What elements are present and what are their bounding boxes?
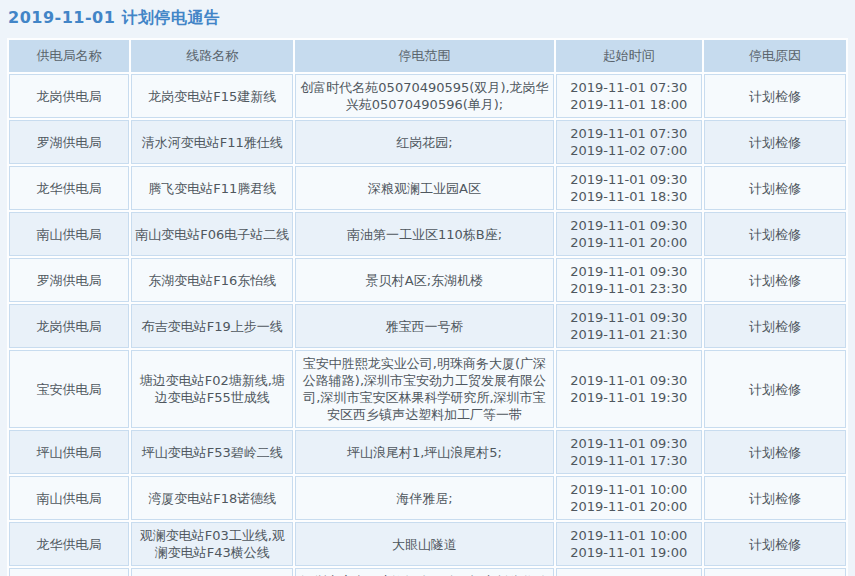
start-time: 2019-11-01 10:00 bbox=[560, 527, 698, 544]
line-cell: 东湖变电站F16东怡线 bbox=[131, 258, 293, 302]
time-cell: 2019-11-01 07:302019-11-01 18:00 bbox=[556, 74, 702, 118]
reason-cell: 计划检修 bbox=[704, 522, 846, 566]
table-header-row: 供电局名称线路名称停电范围起始时间停电原因 bbox=[9, 40, 846, 72]
reason-cell: 计划检修 bbox=[704, 568, 846, 576]
reason-cell: 计划检修 bbox=[704, 350, 846, 428]
start-time: 2019-11-01 07:30 bbox=[560, 79, 698, 96]
start-time: 2019-11-01 09:30 bbox=[560, 263, 698, 280]
line-cell: 凤凰变电站F15凤四线 bbox=[131, 568, 293, 576]
line-cell: 观澜变电站F03工业线,观澜变电站F43横公线 bbox=[131, 522, 293, 566]
time-cell: 2019-11-01 10:002019-11-01 20:00 bbox=[556, 476, 702, 520]
table-row: 宝安供电局塘边变电站F02塘新线,塘边变电站F55世成线宝安中胜熙龙实业公司,明… bbox=[9, 350, 846, 428]
outage-notice-page: 2019-11-01 计划停电通告 供电局名称线路名称停电范围起始时间停电原因 … bbox=[0, 0, 855, 576]
reason-cell: 计划检修 bbox=[704, 476, 846, 520]
time-cell: 2019-11-01 09:302019-11-01 20:00 bbox=[556, 212, 702, 256]
bureau-cell: 龙华供电局 bbox=[9, 166, 129, 210]
line-cell: 坪山变电站F53碧岭二线 bbox=[131, 430, 293, 474]
start-time: 2019-11-01 09:30 bbox=[560, 309, 698, 326]
table-row: 罗湖供电局东湖变电站F16东怡线景贝村A区;东湖机楼2019-11-01 09:… bbox=[9, 258, 846, 302]
page-title: 2019-11-01 计划停电通告 bbox=[8, 8, 848, 29]
table-row: 龙华供电局腾飞变电站F11腾君线深粮观澜工业园A区2019-11-01 09:3… bbox=[9, 166, 846, 210]
table-row: 坪山供电局坪山变电站F53碧岭二线坪山浪尾村1,坪山浪尾村5;2019-11-0… bbox=[9, 430, 846, 474]
table-row: 宝安供电局凤凰变电站F15凤四线深圳市宝安再生资源有限公司福永桥头收购站,深圳市… bbox=[9, 568, 846, 576]
scope-cell: 坪山浪尾村1,坪山浪尾村5; bbox=[295, 430, 553, 474]
time-cell: 2019-11-01 09:302019-11-01 19:30 bbox=[556, 350, 702, 428]
reason-cell: 计划检修 bbox=[704, 212, 846, 256]
start-time: 2019-11-01 10:00 bbox=[560, 481, 698, 498]
bureau-cell: 南山供电局 bbox=[9, 212, 129, 256]
end-time: 2019-11-01 20:00 bbox=[560, 234, 698, 251]
reason-cell: 计划检修 bbox=[704, 258, 846, 302]
table-row: 龙岗供电局龙岗变电站F15建新线创富时代名苑05070490595(双月),龙岗… bbox=[9, 74, 846, 118]
line-cell: 布吉变电站F19上步一线 bbox=[131, 304, 293, 348]
time-cell: 2019-11-01 09:302019-11-01 18:30 bbox=[556, 166, 702, 210]
time-cell: 2019-11-01 10:002019-11-01 21:00 bbox=[556, 568, 702, 576]
bureau-cell: 南山供电局 bbox=[9, 476, 129, 520]
start-time: 2019-11-01 09:30 bbox=[560, 435, 698, 452]
end-time: 2019-11-01 20:00 bbox=[560, 498, 698, 515]
bureau-cell: 宝安供电局 bbox=[9, 350, 129, 428]
table-row: 龙华供电局观澜变电站F03工业线,观澜变电站F43横公线大眼山隧道2019-11… bbox=[9, 522, 846, 566]
bureau-cell: 宝安供电局 bbox=[9, 568, 129, 576]
end-time: 2019-11-01 21:30 bbox=[560, 326, 698, 343]
table-row: 南山供电局南山变电站F06电子站二线南油第一工业区110栋B座;2019-11-… bbox=[9, 212, 846, 256]
time-cell: 2019-11-01 07:302019-11-02 07:00 bbox=[556, 120, 702, 164]
scope-cell: 深粮观澜工业园A区 bbox=[295, 166, 553, 210]
start-time: 2019-11-01 09:30 bbox=[560, 171, 698, 188]
reason-cell: 计划检修 bbox=[704, 120, 846, 164]
end-time: 2019-11-01 19:30 bbox=[560, 389, 698, 406]
end-time: 2019-11-01 18:00 bbox=[560, 96, 698, 113]
scope-cell: 海伴雅居; bbox=[295, 476, 553, 520]
line-cell: 塘边变电站F02塘新线,塘边变电站F55世成线 bbox=[131, 350, 293, 428]
time-cell: 2019-11-01 09:302019-11-01 23:30 bbox=[556, 258, 702, 302]
bureau-cell: 龙岗供电局 bbox=[9, 74, 129, 118]
scope-cell: 创富时代名苑05070490595(双月),龙岗华兴苑05070490596(单… bbox=[295, 74, 553, 118]
scope-cell: 南油第一工业区110栋B座; bbox=[295, 212, 553, 256]
scope-cell: 景贝村A区;东湖机楼 bbox=[295, 258, 553, 302]
bureau-cell: 罗湖供电局 bbox=[9, 120, 129, 164]
end-time: 2019-11-01 23:30 bbox=[560, 280, 698, 297]
scope-cell: 深圳市宝安再生资源有限公司福永桥头收购站,深圳市港华兴实业有限公司,深圳市万利业… bbox=[295, 568, 553, 576]
table-row: 罗湖供电局清水河变电站F11雅仕线红岗花园;2019-11-01 07:3020… bbox=[9, 120, 846, 164]
header-cell: 停电范围 bbox=[295, 40, 553, 72]
header-cell: 起始时间 bbox=[556, 40, 702, 72]
end-time: 2019-11-02 07:00 bbox=[560, 142, 698, 159]
reason-cell: 计划检修 bbox=[704, 430, 846, 474]
start-time: 2019-11-01 09:30 bbox=[560, 372, 698, 389]
end-time: 2019-11-01 19:00 bbox=[560, 544, 698, 561]
bureau-cell: 龙华供电局 bbox=[9, 522, 129, 566]
header-cell: 供电局名称 bbox=[9, 40, 129, 72]
line-cell: 腾飞变电站F11腾君线 bbox=[131, 166, 293, 210]
scope-cell: 雅宝西一号桥 bbox=[295, 304, 553, 348]
scope-cell: 宝安中胜熙龙实业公司,明珠商务大厦(广深公路辅路),深圳市宝安劲力工贸发展有限公… bbox=[295, 350, 553, 428]
line-cell: 龙岗变电站F15建新线 bbox=[131, 74, 293, 118]
line-cell: 湾厦变电站F18诺德线 bbox=[131, 476, 293, 520]
time-cell: 2019-11-01 09:302019-11-01 21:30 bbox=[556, 304, 702, 348]
bureau-cell: 龙岗供电局 bbox=[9, 304, 129, 348]
outage-table: 供电局名称线路名称停电范围起始时间停电原因 龙岗供电局龙岗变电站F15建新线创富… bbox=[7, 38, 848, 576]
time-cell: 2019-11-01 10:002019-11-01 19:00 bbox=[556, 522, 702, 566]
start-time: 2019-11-01 09:30 bbox=[560, 217, 698, 234]
reason-cell: 计划检修 bbox=[704, 166, 846, 210]
reason-cell: 计划检修 bbox=[704, 74, 846, 118]
end-time: 2019-11-01 18:30 bbox=[560, 188, 698, 205]
scope-cell: 红岗花园; bbox=[295, 120, 553, 164]
bureau-cell: 坪山供电局 bbox=[9, 430, 129, 474]
table-row: 龙岗供电局布吉变电站F19上步一线雅宝西一号桥2019-11-01 09:302… bbox=[9, 304, 846, 348]
line-cell: 南山变电站F06电子站二线 bbox=[131, 212, 293, 256]
end-time: 2019-11-01 17:30 bbox=[560, 452, 698, 469]
time-cell: 2019-11-01 09:302019-11-01 17:30 bbox=[556, 430, 702, 474]
reason-cell: 计划检修 bbox=[704, 304, 846, 348]
header-cell: 线路名称 bbox=[131, 40, 293, 72]
start-time: 2019-11-01 07:30 bbox=[560, 125, 698, 142]
table-row: 南山供电局湾厦变电站F18诺德线海伴雅居;2019-11-01 10:00201… bbox=[9, 476, 846, 520]
bureau-cell: 罗湖供电局 bbox=[9, 258, 129, 302]
scope-cell: 大眼山隧道 bbox=[295, 522, 553, 566]
header-cell: 停电原因 bbox=[704, 40, 846, 72]
line-cell: 清水河变电站F11雅仕线 bbox=[131, 120, 293, 164]
